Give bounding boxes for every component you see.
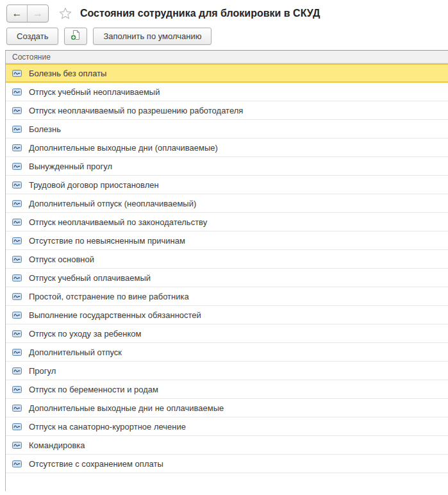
state-name: Отпуск основной: [29, 255, 94, 264]
state-name: Отпуск по уходу за ребенком: [29, 329, 141, 339]
table-row[interactable]: Отпуск неоплачиваемый по законодательств…: [6, 213, 448, 231]
state-item-icon: [12, 442, 22, 449]
table-row[interactable]: Отпуск по уходу за ребенком: [6, 324, 448, 343]
state-name: Болезнь: [29, 124, 61, 134]
table-row[interactable]: Отсутствие по невыясненным причинам: [6, 231, 448, 250]
table-row[interactable]: Командировка: [6, 436, 448, 455]
state-item-icon: [12, 367, 22, 374]
page-title: Состояния сотрудника для блокировки в СК…: [80, 8, 320, 19]
state-item-icon: [12, 126, 22, 133]
table-row[interactable]: Выполнение государственных обязанностей: [6, 306, 448, 324]
state-name: Отсутствие по невыясненным причинам: [29, 236, 185, 246]
state-name: Выполнение государственных обязанностей: [29, 310, 201, 320]
table-row[interactable]: Болезнь: [6, 120, 448, 138]
table-row[interactable]: Вынужденный прогул: [6, 157, 448, 176]
state-name: Отпуск по беременности и родам: [29, 385, 158, 394]
state-name: Отпуск учебный неоплачиваемый: [29, 87, 160, 97]
history-nav: ← →: [6, 4, 49, 22]
state-item-icon: [12, 423, 22, 430]
state-item-icon: [12, 349, 22, 356]
table-row[interactable]: Трудовой договор приостановлен: [6, 176, 448, 194]
state-item-icon: [12, 274, 22, 281]
state-name: Вынужденный прогул: [29, 162, 112, 171]
state-name: Дополнительные выходные дни (оплачиваемы…: [29, 143, 218, 153]
state-item-icon: [12, 237, 22, 244]
state-name: Отпуск учебный оплачиваемый: [29, 273, 151, 283]
column-header-state[interactable]: Состояние: [6, 51, 448, 63]
create-new-item-button[interactable]: [64, 28, 87, 45]
toolbar: Создать Заполнить по умолчанию: [0, 26, 448, 50]
state-item-icon: [12, 107, 22, 114]
forward-icon: →: [33, 8, 43, 19]
table-row[interactable]: Отпуск основной: [6, 250, 448, 269]
state-name: Дополнительные выходные дни не оплачивае…: [29, 403, 224, 413]
state-name: Отпуск неоплачиваемый по законодательств…: [29, 217, 207, 227]
state-name: Отсутствие с сохранением оплаты: [29, 459, 163, 469]
state-name: Простой, отстранение по вине работника: [29, 292, 189, 301]
table-row[interactable]: Отпуск на санаторно-курортное лечение: [6, 417, 448, 436]
table-row[interactable]: Дополнительные выходные дни не оплачивае…: [6, 399, 448, 417]
titlebar: ← → Состояния сотрудника для блокировки …: [0, 0, 448, 26]
table-row[interactable]: Прогул: [6, 362, 448, 380]
state-item-icon: [12, 330, 22, 337]
column-header-label: Состояние: [12, 53, 51, 62]
state-name: Дополнительный отпуск: [29, 348, 122, 357]
fill-by-default-button[interactable]: Заполнить по умолчанию: [93, 28, 212, 45]
state-item-icon: [12, 386, 22, 393]
create-button[interactable]: Создать: [6, 28, 58, 45]
state-item-icon: [12, 163, 22, 170]
state-item-icon: [12, 88, 22, 96]
table-row[interactable]: Отпуск учебный оплачиваемый: [6, 269, 448, 287]
state-item-icon: [12, 256, 22, 263]
back-icon: ←: [12, 8, 22, 19]
favorite-star-icon[interactable]: [58, 6, 72, 21]
state-item-icon: [12, 460, 22, 467]
table-row[interactable]: Простой, отстранение по вине работника: [6, 287, 448, 306]
table-row[interactable]: Дополнительный отпуск (неоплачиваемый): [6, 194, 448, 213]
state-name: Болезнь без оплаты: [29, 69, 106, 78]
state-item-icon: [12, 312, 22, 319]
table-row[interactable]: Болезнь без оплаты: [6, 63, 448, 83]
state-item-icon: [12, 181, 22, 189]
state-item-icon: [12, 144, 22, 151]
grid-body: Болезнь без оплаты Отпуск учебный неопла…: [6, 63, 448, 473]
state-item-icon: [12, 219, 22, 226]
document-plus-icon: [70, 29, 81, 43]
state-item-icon: [12, 405, 22, 412]
state-name: Прогул: [29, 366, 56, 376]
state-name: Трудовой договор приостановлен: [29, 180, 159, 190]
table-row[interactable]: Дополнительные выходные дни (оплачиваемы…: [6, 138, 448, 157]
state-item-icon: [12, 293, 22, 300]
states-list: Состояние Болезнь без оплаты Отпуск учеб…: [5, 50, 448, 491]
table-row[interactable]: Отпуск учебный неоплачиваемый: [6, 83, 448, 101]
state-name: Дополнительный отпуск (неоплачиваемый): [29, 199, 196, 208]
state-name: Командировка: [29, 440, 85, 450]
state-item-icon: [12, 70, 22, 77]
table-row[interactable]: Дополнительный отпуск: [6, 343, 448, 362]
state-name: Отпуск на санаторно-курортное лечение: [29, 422, 186, 432]
table-row[interactable]: Отпуск неоплачиваемый по разрешению рабо…: [6, 101, 448, 120]
state-item-icon: [12, 200, 22, 207]
table-row[interactable]: Отсутствие с сохранением оплаты: [6, 455, 448, 473]
table-row[interactable]: Отпуск по беременности и родам: [6, 380, 448, 399]
forward-button[interactable]: →: [28, 5, 48, 22]
state-name: Отпуск неоплачиваемый по разрешению рабо…: [29, 106, 243, 115]
back-button[interactable]: ←: [7, 5, 28, 22]
